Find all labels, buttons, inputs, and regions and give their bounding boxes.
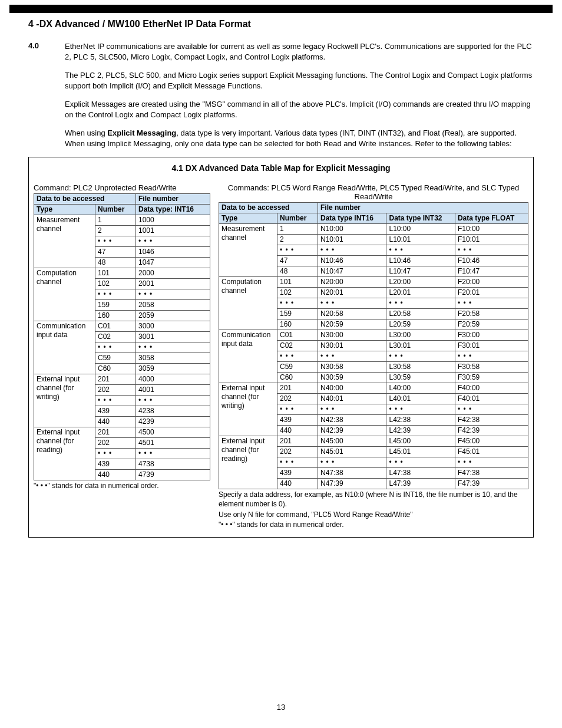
- file-cell: 3059: [136, 364, 210, 374]
- file-cell: • • •: [136, 396, 210, 406]
- int16-cell: N20:00: [318, 277, 386, 288]
- right-footnote-3: "• • •" stands for data in numerical ord…: [219, 521, 528, 530]
- int32-cell: L30:58: [386, 362, 455, 373]
- th-int16: Data type INT16: [318, 213, 386, 224]
- number-cell: 1: [277, 224, 318, 235]
- int32-cell: L20:58: [386, 309, 455, 319]
- number-cell: 439: [95, 406, 136, 417]
- int16-cell: N40:00: [318, 383, 386, 394]
- number-cell: 48: [95, 258, 136, 268]
- th-type: Type: [34, 205, 95, 215]
- type-cell: Communication input data: [34, 321, 95, 374]
- int16-cell: N45:00: [318, 436, 386, 447]
- file-cell: 4001: [136, 385, 210, 396]
- number-cell: C02: [95, 332, 136, 342]
- float-cell: F30:00: [455, 330, 528, 341]
- type-cell: Measurement channel: [34, 215, 95, 268]
- file-cell: 4501: [136, 438, 210, 449]
- numbered-paragraph: 4.0 EtherNet IP communications are avail…: [28, 41, 534, 62]
- th-file-number: File number: [136, 194, 210, 205]
- left-footnote: "• • •" stands for data in numerical ord…: [34, 482, 210, 491]
- number-cell: 201: [277, 383, 318, 394]
- float-cell: • • •: [455, 298, 528, 309]
- th-type: Type: [219, 213, 277, 224]
- int16-cell: N45:01: [318, 447, 386, 457]
- int16-cell: N20:59: [318, 319, 386, 330]
- int16-cell: N20:58: [318, 309, 386, 319]
- number-cell: 201: [277, 436, 318, 447]
- float-cell: F20:58: [455, 309, 528, 319]
- int16-cell: N42:38: [318, 415, 386, 426]
- th-number: Number: [277, 213, 318, 224]
- number-cell: 47: [277, 256, 318, 266]
- type-cell: External input channel (for writing): [219, 383, 277, 436]
- int32-cell: L47:38: [386, 468, 455, 479]
- int32-cell: • • •: [386, 457, 455, 468]
- int32-cell: L42:39: [386, 426, 455, 436]
- number-cell: • • •: [277, 457, 318, 468]
- int16-cell: N10:47: [318, 266, 386, 277]
- number-cell: • • •: [95, 396, 136, 406]
- int32-cell: L30:01: [386, 341, 455, 351]
- number-cell: C59: [277, 362, 318, 373]
- page-content: 4 -DX Advanced / MW100 EtherNet IP Data …: [0, 19, 562, 711]
- int32-cell: L30:00: [386, 330, 455, 341]
- table-columns: Command: PLC2 Unprotected Read/Write Dat…: [34, 183, 528, 529]
- th-data-accessed: Data to be accessed: [34, 194, 136, 205]
- page-number: 13: [28, 703, 534, 711]
- number-cell: 102: [277, 288, 318, 298]
- int32-cell: L40:01: [386, 394, 455, 404]
- int32-cell: L45:01: [386, 447, 455, 457]
- type-cell: Computation channel: [219, 277, 277, 330]
- file-cell: 1001: [136, 226, 210, 236]
- int16-cell: • • •: [318, 404, 386, 415]
- left-table-caption: Command: PLC2 Unprotected Read/Write: [34, 183, 210, 192]
- table-box: 4.1 DX Advanced Data Table Map for Expli…: [28, 157, 534, 537]
- bold-text: Explicit Messaging: [107, 129, 176, 137]
- number-cell: 160: [95, 311, 136, 321]
- number-cell: C60: [277, 373, 318, 383]
- paragraph-number: 4.0: [28, 41, 65, 62]
- right-table-caption: Commands: PLC5 Word Range Read/Write, PL…: [219, 183, 528, 201]
- file-cell: 3001: [136, 332, 210, 342]
- file-cell: 4739: [136, 470, 210, 480]
- number-cell: • • •: [277, 404, 318, 415]
- file-cell: 4000: [136, 374, 210, 385]
- float-cell: F40:00: [455, 383, 528, 394]
- text: When using: [65, 129, 107, 137]
- int32-cell: L30:59: [386, 373, 455, 383]
- plc2-table: Data to be accessed File number Type Num…: [34, 193, 210, 480]
- number-cell: • • •: [95, 236, 136, 247]
- number-cell: 102: [95, 279, 136, 289]
- plc5-slc-table: Data to be accessed File number Type Num…: [219, 202, 528, 489]
- float-cell: F10:00: [455, 224, 528, 235]
- int32-cell: • • •: [386, 351, 455, 362]
- int16-cell: • • •: [318, 457, 386, 468]
- number-cell: 440: [277, 479, 318, 489]
- right-footnote-2: Use only N file for command, "PLC5 Word …: [219, 510, 528, 520]
- number-cell: • • •: [277, 351, 318, 362]
- file-cell: 4738: [136, 459, 210, 470]
- type-cell: Communication input data: [219, 330, 277, 383]
- number-cell: 440: [95, 470, 136, 480]
- th-data-accessed: Data to be accessed: [219, 203, 318, 213]
- float-cell: F20:00: [455, 277, 528, 288]
- int32-cell: L47:39: [386, 479, 455, 489]
- file-cell: 2000: [136, 268, 210, 279]
- type-cell: External input channel (for writing): [34, 374, 95, 427]
- number-cell: • • •: [95, 289, 136, 300]
- number-cell: 47: [95, 247, 136, 258]
- float-cell: F30:59: [455, 373, 528, 383]
- number-cell: • • •: [277, 245, 318, 256]
- int32-cell: • • •: [386, 245, 455, 256]
- int32-cell: L20:01: [386, 288, 455, 298]
- number-cell: 160: [277, 319, 318, 330]
- number-cell: C02: [277, 341, 318, 351]
- number-cell: 159: [277, 309, 318, 319]
- number-cell: • • •: [95, 449, 136, 459]
- float-cell: F45:00: [455, 436, 528, 447]
- th-float: Data type FLOAT: [455, 213, 528, 224]
- float-cell: F45:01: [455, 447, 528, 457]
- int16-cell: N47:39: [318, 479, 386, 489]
- paragraph-body: EtherNet IP communications are available…: [65, 41, 534, 62]
